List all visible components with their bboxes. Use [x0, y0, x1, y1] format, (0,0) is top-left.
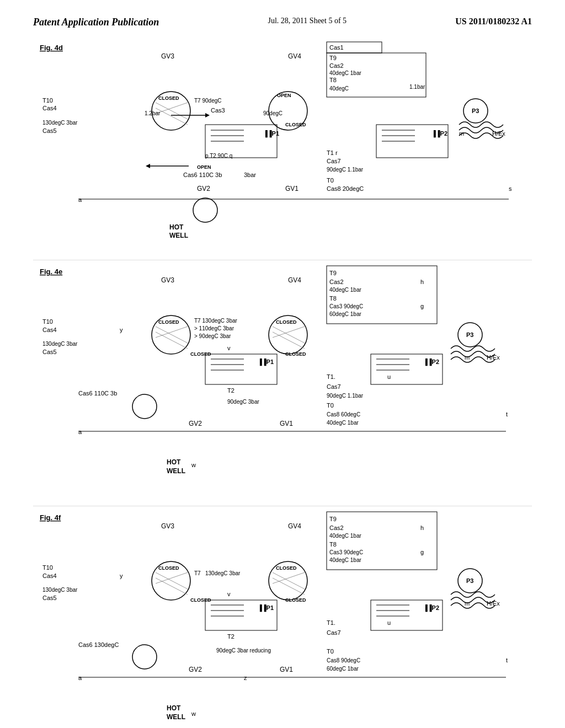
cas8-60-4e: Cas8 60degC	[327, 411, 360, 417]
t0-4f: T0	[327, 648, 334, 655]
t9-text-4e: T9	[329, 270, 337, 276]
t-label-4f: t	[506, 657, 508, 663]
hot-well2-4e: WELL	[167, 467, 185, 475]
cas8-90-4f: Cas8 90degC	[327, 657, 360, 663]
y-label-4f: y	[120, 572, 123, 579]
gv2-label-4d: GV2	[197, 185, 210, 192]
arrow-right-4d	[205, 113, 210, 117]
cas2-40-4e: 40degC 1bar	[329, 287, 361, 293]
hot-well2-4d: WELL	[169, 232, 188, 239]
gv4-label-4e: GV4	[288, 276, 301, 284]
closed-gv3-4d: CLOSED	[158, 95, 179, 101]
t8-text-4e: T8	[329, 295, 337, 302]
cas2-text-4d: Cas2	[329, 62, 344, 69]
cas3-text-4d: 40degC	[329, 85, 349, 92]
cas4-130-4f: 130degC 3bar	[42, 587, 78, 593]
hatch3-4f	[156, 572, 188, 584]
cas5-text-4e: Cas5	[42, 349, 57, 355]
t2-4f: T2	[227, 633, 234, 640]
cas8-60-4f: 60degC 1bar	[327, 666, 359, 672]
gv2-circle-4d	[193, 198, 217, 222]
t0-4e: T0	[327, 402, 334, 409]
cas6-text-4d: Cas6 110C 3b	[183, 172, 222, 178]
cas5-text-4d: Cas5	[42, 127, 57, 134]
gv3-label-4e: GV3	[161, 276, 174, 284]
u-label-4e: u	[387, 373, 391, 380]
cas3-90-4f: Cas3 90degC	[329, 549, 363, 555]
cas5-text-4f: Cas5	[42, 595, 57, 601]
v-label-4f: v	[227, 591, 231, 597]
t9-text-4f: T9	[329, 516, 337, 522]
divider-1	[33, 260, 532, 260]
p-t2-labels-4d: p T2 90C q	[205, 153, 232, 159]
figure-4e-section: Fig. 4e GV3 GV4 T9 Cas2 40degC 1bar h T8…	[33, 263, 532, 500]
t1-r-4d: T1 r	[327, 149, 338, 156]
closed-p2-4e: CLOSED	[285, 351, 306, 357]
open-gv4-4d: OPEN	[277, 93, 291, 98]
gt90-4e: > 90degC 3bar	[194, 333, 231, 339]
gv3-label-4d: GV3	[161, 52, 174, 60]
hot-well-4d: HOT	[169, 223, 184, 231]
t8-text-4f: T8	[329, 541, 337, 548]
p1-label-4f: ▐▐P1	[258, 604, 274, 612]
p2-label-4d: ▐▐P2	[431, 130, 447, 138]
gv1-label-4d: GV1	[285, 185, 299, 192]
cas7-temp-4d: 90degC 1.1bar	[327, 167, 364, 173]
hex-wave-4d	[459, 122, 503, 127]
t7-130-4f: 130degC 3bar	[205, 570, 241, 576]
figures-content: Fig. 4d GV3 GV4 Cas1 T9 Cas2 40degC 1bar…	[33, 39, 532, 728]
closed-p2-4f: CLOSED	[285, 597, 306, 603]
gv4-label-4d: GV4	[288, 52, 301, 60]
g-label-4f: g	[420, 549, 424, 555]
t10-text-4f: T10	[42, 564, 53, 571]
hatch6-4f	[273, 572, 305, 584]
closed-gv4-4e: CLOSED	[276, 319, 297, 325]
y-label-4e: y	[120, 326, 123, 333]
t8-text-4d: T8	[329, 77, 337, 83]
cas3-40-4f: 40degC 1bar	[329, 557, 361, 563]
cas7-4d: Cas7	[327, 158, 341, 164]
figure-4f-svg: Fig. 4f GV3 GV4 T9 Cas2 40degC 1bar h T8…	[33, 509, 532, 728]
divider-2	[33, 506, 532, 506]
gv1-label-4f: GV1	[280, 666, 293, 673]
cas2-40degc-4d: 40degC 1bar	[329, 70, 361, 76]
figure-4e-svg: Fig. 4e GV3 GV4 T9 Cas2 40degC 1bar h T8…	[33, 263, 532, 500]
g-label-4e: g	[420, 303, 424, 309]
cas7-temp-4e: 90degC 1.1bar	[327, 393, 364, 399]
gv1-label-4e: GV1	[280, 420, 293, 427]
t1-4f: T1.	[327, 619, 335, 626]
t9-text-4d: T9	[329, 55, 337, 61]
a-label-4d: a	[78, 196, 82, 203]
open-gv2-4d: OPEN	[197, 164, 211, 170]
hot-well2-4f: WELL	[167, 713, 185, 721]
a-label-4f: a	[78, 675, 82, 681]
t7-text-4d: T7 90degC	[194, 98, 221, 104]
cas2-text-4e: Cas2	[329, 279, 344, 285]
3bar-text-4d: 3bar	[244, 172, 256, 178]
gv2-label-4f: GV2	[189, 666, 202, 673]
1bar-text-4d: 1.1bar	[409, 84, 425, 90]
cas1-text-4d: Cas1	[329, 44, 344, 51]
90degc-cas3-4d: 90degC	[263, 110, 282, 116]
p3-text-4d: P3	[472, 108, 479, 114]
arrow-left-4d	[146, 164, 150, 168]
publication-title: Patent Application Publication	[33, 17, 159, 28]
closed-gv3-4e: CLOSED	[158, 319, 179, 325]
t7-130-4e: T7 130degC 3bar	[194, 318, 238, 324]
figure-4f-section: Fig. 4f GV3 GV4 T9 Cas2 40degC 1bar h T8…	[33, 509, 532, 728]
z-label-4f: z	[244, 675, 247, 681]
cas2-text-4f: Cas2	[329, 524, 344, 531]
gt110-4e: > 110degC 3bar	[194, 325, 234, 331]
t-label-4e: t	[506, 411, 508, 417]
cas8-40-4e: 40degC 1bar	[327, 420, 359, 426]
cas7-4e: Cas7	[327, 383, 341, 390]
fig4f-label: Fig. 4f	[40, 513, 61, 522]
hex-label-4d: H/Ex	[492, 130, 505, 137]
cas2-40-4f: 40degC 1bar	[329, 533, 361, 539]
m-label-4e: m	[465, 354, 470, 361]
v-label-4e: v	[227, 345, 231, 351]
p1-label-4d: ▐▐P1	[263, 130, 279, 138]
cas3-label-4d: Cas3	[211, 107, 225, 114]
hot-well-4e: HOT	[167, 458, 181, 466]
cas4-text-4e: Cas4	[42, 326, 57, 333]
